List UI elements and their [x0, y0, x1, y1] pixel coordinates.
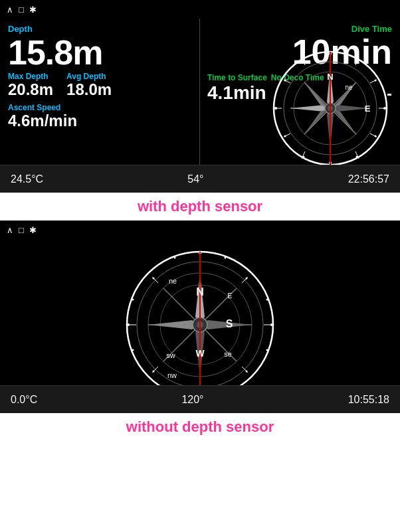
left-panel: Depth 15.8m Max Depth 20.8m Avg Depth 18…: [0, 19, 199, 165]
heading-1: 54°: [187, 173, 203, 185]
svg-point-16: [383, 107, 386, 110]
svg-point-18: [303, 59, 305, 61]
phone-icon: □: [19, 5, 24, 15]
svg-point-58: [246, 278, 248, 280]
label-without-depth: without depth sensor: [0, 413, 400, 441]
svg-point-21: [375, 135, 377, 137]
svg-point-20: [284, 80, 286, 82]
compass-overlay-top: N E ne: [260, 45, 400, 165]
tts-label: Time to Surface: [207, 73, 267, 82]
svg-point-59: [246, 371, 248, 373]
screen-without-depth: ∧ □ ✱: [0, 221, 400, 413]
status-bar-1: ∧ □ ✱: [0, 0, 400, 19]
svg-point-57: [270, 323, 273, 326]
svg-point-24: [303, 156, 305, 158]
time-1: 22:56:57: [348, 173, 389, 185]
svg-text:E: E: [365, 104, 371, 114]
bottom-bar-2: 0.0°C 120° 10:55:18: [0, 385, 400, 413]
svg-point-22: [284, 135, 286, 137]
svg-point-23: [356, 156, 358, 158]
svg-point-15: [274, 107, 277, 110]
max-depth-col: Max Depth 20.8m: [8, 72, 53, 98]
svg-point-63: [174, 257, 176, 259]
svg-text:N: N: [327, 72, 333, 82]
ascent-speed-label: Ascent Speed: [8, 103, 191, 112]
caret-icon-2: ∧: [7, 225, 13, 235]
phone-icon-2: □: [19, 225, 24, 235]
max-depth-label: Max Depth: [8, 72, 53, 81]
ascent-speed-value: 4.6m/min: [8, 112, 191, 130]
svg-point-65: [266, 349, 268, 351]
svg-point-17: [356, 59, 358, 61]
depth-sub-row: Max Depth 20.8m Avg Depth 18.0m: [8, 72, 191, 98]
svg-point-60: [153, 371, 155, 373]
bluetooth-icon-2: ✱: [29, 225, 37, 235]
svg-text:nw: nw: [167, 371, 177, 379]
svg-point-62: [225, 257, 227, 259]
depth-value: 15.8m: [8, 35, 191, 71]
time-2: 10:55:18: [348, 394, 389, 406]
caret-icon: ∧: [7, 5, 13, 15]
temperature-2: 0.0°C: [11, 394, 37, 406]
svg-point-69: [132, 349, 134, 351]
avg-depth-label: Avg Depth: [66, 72, 112, 81]
bluetooth-icon: ✱: [29, 5, 37, 15]
bottom-bar-1: 24.5°C 54° 22:56:57: [0, 165, 400, 193]
svg-text:sw: sw: [166, 351, 175, 359]
svg-text:S: S: [226, 318, 233, 329]
max-depth-value: 20.8m: [8, 81, 53, 98]
avg-depth-value: 18.0m: [66, 81, 112, 98]
label-with-depth: with depth sensor: [0, 193, 400, 221]
svg-point-61: [153, 278, 155, 280]
temperature-1: 24.5°C: [11, 173, 43, 185]
compass-full: N S W ne E se sw nw: [120, 245, 280, 407]
svg-point-64: [266, 299, 268, 301]
svg-text:N: N: [196, 286, 204, 298]
avg-depth-col: Avg Depth 18.0m: [66, 72, 112, 98]
svg-point-56: [127, 323, 130, 326]
svg-point-68: [132, 299, 134, 301]
svg-text:E: E: [227, 292, 232, 300]
svg-text:se: se: [224, 350, 232, 358]
screen-with-depth: ∧ □ ✱ Depth 15.8m Max Depth 20.8m Avg De…: [0, 0, 400, 193]
tts-value: 4.1min: [207, 82, 266, 104]
svg-point-19: [375, 80, 377, 82]
heading-2: 120°: [181, 394, 203, 406]
svg-text:ne: ne: [169, 277, 177, 285]
svg-text:ne: ne: [345, 84, 353, 91]
svg-text:W: W: [195, 348, 205, 359]
status-bar-2: ∧ □ ✱: [0, 221, 400, 239]
